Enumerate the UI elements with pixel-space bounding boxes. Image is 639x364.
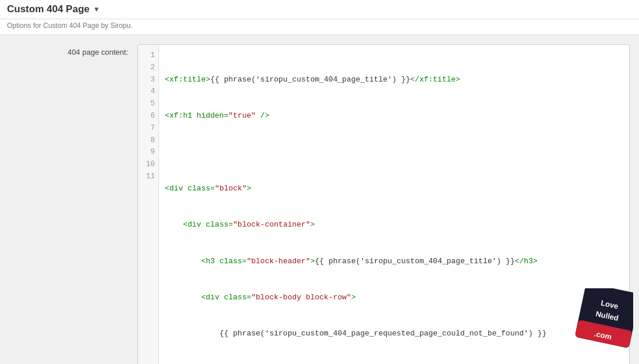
- dropdown-arrow-icon[interactable]: ▼: [93, 5, 100, 13]
- main-content: 404 page content: 1 2 3 4 5 6 7 8 9 10 1…: [0, 35, 639, 364]
- page-subtitle: Options for Custom 404 Page by Siropu.: [0, 19, 639, 35]
- page-header: Custom 404 Page ▼: [0, 0, 639, 19]
- code-content[interactable]: <xf:title>{{ phrase('siropu_custom_404_p…: [159, 45, 629, 364]
- label-404: 404 page content:: [9, 44, 137, 56]
- code-editor-wrapper: 1 2 3 4 5 6 7 8 9 10 11 <xf:title>{{ phr…: [137, 44, 630, 364]
- line-numbers: 1 2 3 4 5 6 7 8 9 10 11: [138, 45, 159, 364]
- page-title: Custom 404 Page: [7, 3, 90, 15]
- form-row-404: 404 page content: 1 2 3 4 5 6 7 8 9 10 1…: [9, 44, 630, 364]
- code-editor[interactable]: 1 2 3 4 5 6 7 8 9 10 11 <xf:title>{{ phr…: [138, 45, 629, 364]
